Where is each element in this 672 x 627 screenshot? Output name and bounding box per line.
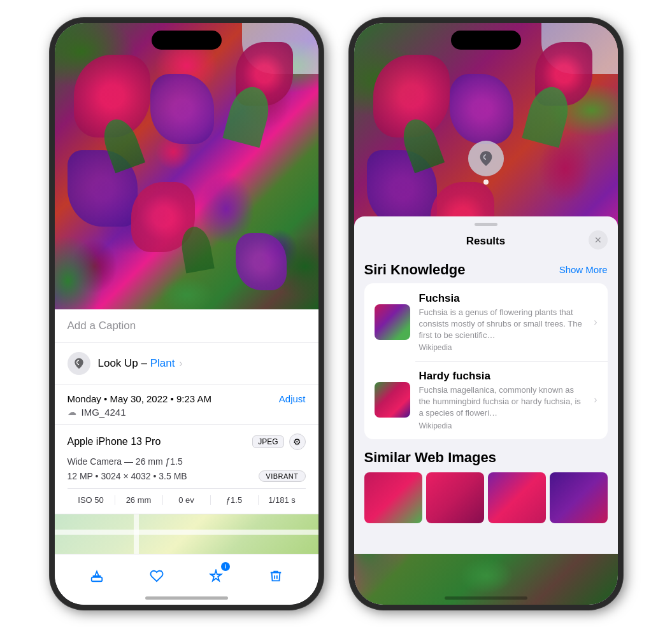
- delete-button[interactable]: [263, 563, 289, 589]
- similar-img-1[interactable]: [364, 472, 422, 523]
- siri-knowledge-title: Siri Knowledge: [364, 262, 466, 278]
- similar-title: Similar Web Images: [364, 449, 608, 466]
- knowledge-item-hardy[interactable]: Hardy fuchsia Fuchsia magellanica, commo…: [364, 361, 608, 439]
- device-row: Apple iPhone 13 Pro JPEG ⚙: [68, 433, 306, 450]
- visual-lookup-row[interactable]: Look Up – Plant ›: [55, 343, 318, 384]
- filename: IMG_4241: [82, 407, 126, 418]
- fuchsia-desc: Fuchsia is a genus of flowering plants t…: [419, 307, 585, 342]
- close-button[interactable]: ✕: [589, 230, 608, 250]
- lookup-subject-text: Plant: [147, 357, 175, 369]
- info-badge-icon: i: [225, 563, 227, 570]
- siri-knowledge-card: Fuchsia Fuchsia is a genus of flowering …: [364, 283, 608, 439]
- vlu-dot: [483, 180, 489, 185]
- date-row: Monday • May 30, 2022 • 9:23 AM Adjust: [68, 393, 306, 404]
- map-section[interactable]: [55, 514, 318, 554]
- exif-shutter: 1/181 s: [259, 495, 306, 505]
- exif-iso: ISO 50: [68, 495, 115, 505]
- file-row: ☁ IMG_4241: [68, 407, 306, 418]
- hardy-source: Wikipedia: [419, 421, 585, 430]
- hardy-thumbnail: [375, 382, 410, 418]
- phone-right: Results ✕ Siri Knowledge Show More Fuc: [349, 18, 623, 610]
- similar-images-row: [364, 472, 608, 523]
- knowledge-item-fuchsia[interactable]: Fuchsia Fuchsia is a genus of flowering …: [364, 283, 608, 362]
- results-panel: Results ✕ Siri Knowledge Show More Fuc: [354, 216, 618, 554]
- favorite-button[interactable]: [144, 563, 169, 589]
- hardy-text: Hardy fuchsia Fuchsia magellanica, commo…: [419, 370, 585, 430]
- phone-left: Add a Caption Look Up – Plant › Monday •…: [50, 18, 324, 610]
- exif-focal-length: 26 mm: [115, 495, 163, 505]
- map-road-h: [55, 530, 318, 535]
- visual-lookup-button[interactable]: [468, 141, 504, 176]
- similar-img-3[interactable]: [488, 472, 546, 523]
- device-badges: JPEG ⚙: [252, 433, 305, 450]
- resolution-row: 12 MP • 3024 × 4032 • 3.5 MB VIBRANT: [68, 470, 306, 482]
- similar-section: Similar Web Images: [364, 444, 608, 523]
- photo-date: Monday • May 30, 2022 • 9:23 AM: [68, 393, 211, 404]
- fuchsia-name: Fuchsia: [419, 292, 585, 305]
- hardy-name: Hardy fuchsia: [419, 370, 585, 383]
- metadata-section: Monday • May 30, 2022 • 9:23 AM Adjust ☁…: [55, 384, 318, 425]
- exif-row: ISO 50 26 mm 0 ev ƒ1.5 1/181 s: [68, 488, 306, 505]
- vibrant-badge: VIBRANT: [259, 470, 305, 482]
- trash-icon: [269, 569, 283, 583]
- home-indicator-right: [445, 596, 527, 600]
- heart-icon: [150, 569, 164, 583]
- screen-left: Add a Caption Look Up – Plant › Monday •…: [55, 23, 318, 605]
- show-more-button[interactable]: Show More: [559, 264, 608, 275]
- lookup-label-text: Look Up –: [98, 357, 148, 369]
- sparkle-icon: [209, 569, 223, 583]
- flower-6: [236, 233, 287, 290]
- device-name: Apple iPhone 13 Pro: [68, 436, 161, 447]
- share-icon: [90, 569, 104, 583]
- cloud-icon: ☁: [68, 407, 76, 417]
- results-header: Results ✕: [354, 226, 618, 254]
- fuchsia-thumbnail: [375, 304, 410, 340]
- vlu-leaf-icon: [477, 150, 495, 167]
- caption-input-row[interactable]: Add a Caption: [55, 309, 318, 343]
- exif-aperture: ƒ1.5: [211, 495, 259, 505]
- home-indicator-left: [145, 596, 228, 600]
- leaf-lookup-icon: [73, 357, 85, 370]
- adjust-button[interactable]: Adjust: [279, 393, 306, 404]
- fuchsia-text: Fuchsia Fuchsia is a genus of flowering …: [419, 292, 585, 353]
- svg-rect-0: [92, 577, 103, 581]
- resolution-text: 12 MP • 3024 × 4032 • 3.5 MB: [68, 471, 187, 481]
- similar-img-4[interactable]: [550, 472, 608, 523]
- share-button[interactable]: [84, 563, 110, 589]
- lookup-chevron-icon: ›: [179, 358, 182, 369]
- settings-icon[interactable]: ⚙: [289, 433, 306, 450]
- jpeg-badge[interactable]: JPEG: [252, 435, 283, 448]
- results-title: Results: [466, 235, 505, 248]
- map-road-v: [134, 514, 139, 554]
- screen-right: Results ✕ Siri Knowledge Show More Fuc: [354, 23, 618, 605]
- exif-ev: 0 ev: [163, 495, 211, 505]
- close-icon: ✕: [594, 235, 602, 245]
- similar-img-2[interactable]: [426, 472, 484, 523]
- flower-photo-left[interactable]: [55, 23, 318, 309]
- r-flower-2: [450, 74, 513, 144]
- caption-placeholder[interactable]: Add a Caption: [68, 320, 136, 332]
- device-section: Apple iPhone 13 Pro JPEG ⚙ Wide Camera —…: [55, 425, 318, 514]
- info-badge: i: [221, 562, 230, 571]
- photo-info-panel: Add a Caption Look Up – Plant › Monday •…: [55, 309, 318, 554]
- fuchsia-chevron: ›: [594, 316, 597, 328]
- siri-knowledge-header: Siri Knowledge Show More: [364, 254, 608, 283]
- hardy-chevron: ›: [594, 394, 597, 405]
- hardy-desc: Fuchsia magellanica, commonly known as t…: [419, 384, 585, 419]
- lookup-icon-circle: [68, 352, 90, 375]
- results-scroll: Siri Knowledge Show More Fuchsia Fuchsia…: [354, 254, 618, 523]
- dynamic-island-right: [451, 31, 521, 50]
- dynamic-island-left: [152, 31, 222, 50]
- info-button[interactable]: i: [203, 563, 229, 589]
- camera-detail: Wide Camera — 26 mm ƒ1.5: [68, 456, 306, 467]
- fuchsia-source: Wikipedia: [419, 343, 585, 352]
- flower-2: [150, 74, 214, 144]
- lookup-text: Look Up – Plant ›: [98, 357, 183, 370]
